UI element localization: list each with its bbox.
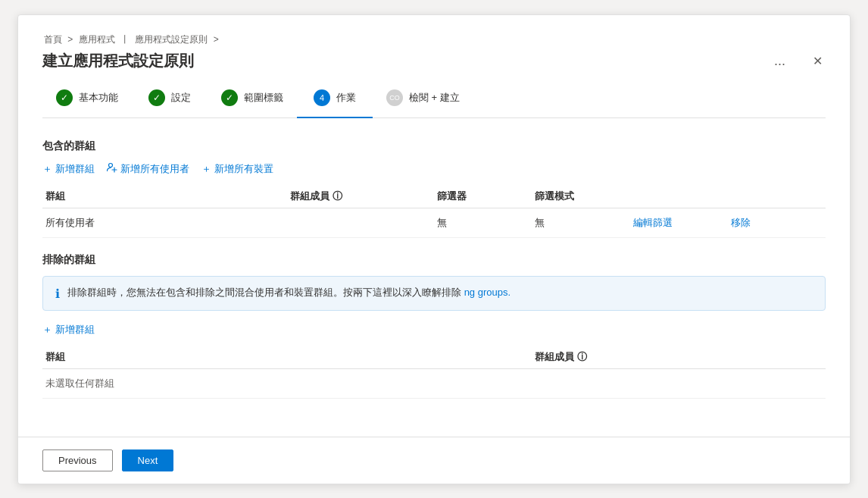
add-group-label: 新增群組	[55, 162, 95, 176]
col-filter-mode: 篩選模式	[532, 189, 629, 203]
info-icon: ℹ	[55, 287, 60, 301]
step-4-circle: 4	[314, 89, 330, 106]
included-groups-title: 包含的群組	[42, 139, 826, 153]
step-2-circle: ✓	[148, 89, 165, 106]
excluded-groups-table: 群組 群組成員 ⓘ 未選取任何群組	[42, 346, 826, 399]
included-groups-table: 群組 群組成員 ⓘ 篩選器 篩選模式 所有使用者 無 無 編輯篩選 移除	[42, 185, 826, 238]
row-filter-mode: 無	[532, 216, 629, 230]
step-scope[interactable]: ✓ 範圍標籤	[208, 89, 297, 117]
header-right: ... ✕	[774, 51, 826, 71]
excluded-groups-title: 排除的群組	[42, 253, 826, 267]
col-filter: 篩選器	[434, 189, 532, 203]
add-group-exclude-button[interactable]: ＋ 新增群組	[42, 323, 95, 337]
excluded-table-row: 未選取任何群組	[42, 369, 826, 399]
row-filter: 無	[434, 216, 532, 230]
modal-container: 首頁 > 應用程式 丨 應用程式設定原則 > 建立應用程式設定原則 ... ✕ …	[17, 14, 851, 484]
add-group-exclude-icon: ＋	[42, 323, 52, 337]
modal-close-button[interactable]: ✕	[810, 51, 826, 71]
step-3-label: 範圍標籤	[244, 91, 283, 105]
modal-header: 建立應用程式設定原則 ... ✕	[42, 51, 826, 71]
add-all-devices-button[interactable]: ＋ 新增所有裝置	[201, 162, 273, 176]
add-all-devices-icon: ＋	[201, 162, 211, 176]
svg-point-0	[109, 164, 113, 168]
step-basics[interactable]: ✓ 基本功能	[42, 89, 132, 117]
step-4-label: 作業	[336, 91, 356, 105]
step-settings[interactable]: ✓ 設定	[132, 89, 208, 117]
add-all-users-button[interactable]: 新增所有使用者	[107, 162, 189, 176]
step-3-circle: ✓	[221, 89, 238, 106]
next-button[interactable]: Next	[122, 449, 174, 471]
add-all-users-icon	[107, 162, 117, 175]
step-5-label: 檢閱 + 建立	[409, 91, 460, 105]
add-all-devices-label: 新增所有裝置	[214, 162, 273, 176]
col-group: 群組	[42, 189, 287, 203]
add-group-icon: ＋	[42, 162, 52, 176]
excluded-info-box: ℹ 排除群組時，您無法在包含和排除之間混合使用者和裝置群組。按兩下這裡以深入瞭解…	[42, 276, 826, 311]
excluded-actions-row: ＋ 新增群組	[42, 323, 826, 337]
excluded-table-header: 群組 群組成員 ⓘ	[42, 346, 826, 369]
col-members: 群組成員 ⓘ	[287, 189, 434, 203]
excol-members: 群組成員 ⓘ	[532, 350, 826, 364]
included-actions-row: ＋ 新增群組 新增所有使用者 ＋ 新增所有裝置	[42, 162, 826, 176]
included-table-header: 群組 群組成員 ⓘ 篩選器 篩選模式	[42, 185, 826, 208]
info-text: 排除群組時，您無法在包含和排除之間混合使用者和裝置群組。按兩下這裡以深入瞭解排除…	[67, 286, 813, 299]
step-5-circle: CO	[386, 89, 403, 106]
step-1-label: 基本功能	[79, 91, 118, 105]
edit-filter-link[interactable]: 編輯篩選	[633, 217, 673, 228]
remove-link[interactable]: 移除	[731, 217, 751, 228]
info-learn-more-link[interactable]: ng groups.	[464, 287, 510, 298]
step-tasks[interactable]: 4 作業	[297, 89, 373, 118]
previous-button[interactable]: Previous	[42, 449, 113, 471]
steps-container: ✓ 基本功能 ✓ 設定 ✓ 範圍標籤	[42, 89, 826, 118]
add-group-exclude-label: 新增群組	[55, 323, 95, 337]
breadcrumb: 首頁 > 應用程式 丨 應用程式設定原則 >	[42, 33, 826, 46]
modal-footer: Previous Next	[18, 437, 850, 484]
modal-menu-button[interactable]: ...	[774, 53, 785, 69]
modal-title: 建立應用程式設定原則	[42, 51, 194, 71]
add-group-button[interactable]: ＋ 新增群組	[42, 162, 95, 176]
add-all-users-label: 新增所有使用者	[120, 162, 189, 176]
step-1-circle: ✓	[56, 89, 73, 106]
step-review[interactable]: CO 檢閱 + 建立	[373, 89, 473, 117]
excol-group: 群組	[42, 350, 532, 364]
step-2-label: 設定	[171, 91, 191, 105]
row-group-name: 所有使用者	[42, 216, 287, 230]
included-table-row: 所有使用者 無 無 編輯篩選 移除	[42, 208, 826, 238]
exrow-group-name: 未選取任何群組	[42, 377, 532, 390]
